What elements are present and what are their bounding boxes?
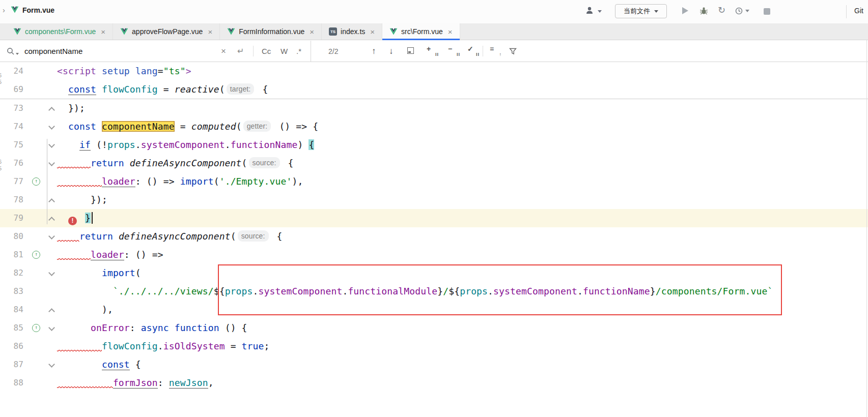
code-line-24[interactable]: 24<script setup lang="ts"> xyxy=(0,62,868,80)
fold-collapse-icon[interactable] xyxy=(48,107,55,113)
gutter[interactable]: 87 xyxy=(0,355,57,374)
code-token: systemComponent xyxy=(493,286,577,296)
tab-close-icon[interactable]: × xyxy=(448,27,453,36)
gutter[interactable]: 79 xyxy=(0,209,57,227)
gutter[interactable]: 74 xyxy=(0,117,57,136)
green-up-arrow-icon[interactable]: ↑ xyxy=(32,324,40,332)
code-line-74[interactable]: 74 const componentName = computed(getter… xyxy=(0,117,868,136)
insert-newline-icon[interactable]: ↵ xyxy=(237,41,244,62)
tab-close-icon[interactable]: × xyxy=(370,27,375,36)
code-token: functionName xyxy=(231,139,298,150)
git-widget[interactable]: Git xyxy=(854,7,863,15)
edge-artifact: 6 xyxy=(0,159,2,165)
green-up-arrow-icon[interactable]: ↑ xyxy=(32,251,40,259)
code-line-78[interactable]: 78 }); xyxy=(0,191,868,209)
code-line-87[interactable]: 87 const { xyxy=(0,355,868,374)
chevron-down-icon xyxy=(745,10,749,12)
select-all-occurrences-icon[interactable]: ✓II xyxy=(467,45,481,57)
code-token: ${ xyxy=(449,286,460,296)
code-line-84[interactable]: 84 ), xyxy=(0,301,868,319)
editor[interactable]: 24<script setup lang="ts">69 const flowC… xyxy=(0,62,868,417)
fold-expand-icon[interactable] xyxy=(48,141,55,148)
fold-expand-icon[interactable] xyxy=(48,361,55,368)
search-icon[interactable] xyxy=(6,41,15,62)
rerun-coverage-icon[interactable]: ↻ xyxy=(718,5,725,16)
code-line-79[interactable]: 79 ! } xyxy=(0,209,868,227)
fold-collapse-icon[interactable] xyxy=(48,198,55,205)
code-line-85[interactable]: 85↑ onError: async function () { xyxy=(0,319,868,337)
regex-toggle[interactable]: .* xyxy=(296,41,301,62)
run-button[interactable] xyxy=(682,7,688,14)
code-line-73[interactable]: 73 }); xyxy=(0,99,868,117)
code-line-81[interactable]: 81↑ loader: () => xyxy=(0,246,868,264)
fold-expand-icon[interactable] xyxy=(48,160,55,166)
code-line-82[interactable]: 82 import( xyxy=(0,264,868,282)
search-history-chevron-icon[interactable] xyxy=(16,53,19,55)
stop-button[interactable] xyxy=(764,8,770,15)
gutter[interactable]: 73 xyxy=(0,99,57,117)
tab-index-ts[interactable]: TSindex.ts× xyxy=(322,23,382,40)
code-line-76[interactable]: 76 return defineAsyncComponent(source: { xyxy=(0,154,868,172)
tab-components-form-vue[interactable]: components\Form.vue× xyxy=(6,23,113,40)
code-token: ) xyxy=(298,139,309,150)
tab-close-icon[interactable]: × xyxy=(101,27,105,36)
fold-expand-icon[interactable] xyxy=(48,324,55,331)
code-line-83[interactable]: 83 `./../../../views/${props.systemCompo… xyxy=(0,282,868,301)
line-number: 81 xyxy=(0,246,23,264)
gutter[interactable]: 80 xyxy=(0,227,57,246)
tab-src-form-vue[interactable]: src\Form.vue× xyxy=(382,23,460,40)
code-line-80[interactable]: 80 return defineAsyncComponent(source: { xyxy=(0,227,868,246)
parameter-hint: getter: xyxy=(243,121,271,132)
tab-close-icon[interactable]: × xyxy=(208,27,212,36)
tab-approveflowpage-vue[interactable]: approveFlowPage.vue× xyxy=(113,23,220,40)
gutter[interactable]: 81↑ xyxy=(0,246,57,264)
previous-match-icon[interactable]: ↑ xyxy=(372,41,376,62)
clear-search-icon[interactable]: × xyxy=(221,41,226,62)
gutter[interactable]: 78 xyxy=(0,191,57,209)
open-in-find-window-icon[interactable] xyxy=(407,47,414,54)
breadcrumb-chevron-icon[interactable]: › xyxy=(3,6,5,14)
fold-expand-icon[interactable] xyxy=(48,123,55,130)
words-toggle[interactable]: W xyxy=(281,41,288,62)
gutter[interactable]: 75 xyxy=(0,136,57,154)
fold-expand-icon[interactable] xyxy=(48,233,55,240)
gutter[interactable]: 69 xyxy=(0,80,57,99)
fold-collapse-icon[interactable] xyxy=(48,217,55,223)
gutter[interactable]: 82 xyxy=(0,264,57,282)
gutter[interactable]: 88 xyxy=(0,374,57,392)
tab-close-icon[interactable]: × xyxy=(310,27,314,36)
gutter[interactable]: 86 xyxy=(0,337,57,355)
gutter[interactable]: 24 xyxy=(0,62,57,80)
code-line-75[interactable]: 75 if (!props.systemComponent.functionNa… xyxy=(0,136,868,154)
debug-button[interactable] xyxy=(699,7,708,17)
add-occurrence-icon[interactable]: +II xyxy=(427,45,440,57)
code-token: setup xyxy=(102,66,130,76)
code-line-88[interactable]: 88 formJson: newJson, xyxy=(0,374,868,392)
tab-forminformation-vue[interactable]: FormInformation.vue× xyxy=(220,23,322,40)
green-up-arrow-icon[interactable]: ↑ xyxy=(32,177,40,186)
code-token: lang xyxy=(135,66,158,76)
fold-collapse-icon[interactable] xyxy=(48,308,55,315)
search-input[interactable]: componentName xyxy=(24,41,82,62)
line-number: 84 xyxy=(0,301,23,319)
search-extra-options-icon[interactable]: ≡↑ xyxy=(490,45,503,57)
fold-expand-icon[interactable] xyxy=(48,270,55,276)
remove-occurrence-icon[interactable]: −II xyxy=(448,45,461,57)
filter-icon[interactable] xyxy=(509,41,517,62)
gutter[interactable]: 77↑ xyxy=(0,172,57,191)
code-token: : xyxy=(130,322,141,333)
error-icon[interactable]: ! xyxy=(68,217,77,225)
code-line-69[interactable]: 69 const flowConfig = reactive(target: { xyxy=(0,80,868,99)
code-with-me-users-button[interactable] xyxy=(585,6,603,16)
gutter[interactable]: 84 xyxy=(0,301,57,319)
profiler-button[interactable] xyxy=(735,7,749,15)
match-case-toggle[interactable]: Cc xyxy=(262,41,271,62)
gutter[interactable]: 83 xyxy=(0,282,57,301)
code-token: . xyxy=(225,139,231,150)
next-match-icon[interactable]: ↓ xyxy=(389,41,394,62)
run-config-selector[interactable]: 当前文件 xyxy=(615,4,667,18)
code-line-77[interactable]: 77↑ loader: () => import('./Empty.vue'), xyxy=(0,172,868,191)
code-line-86[interactable]: 86 flowConfig.isOldSystem = true; xyxy=(0,337,868,355)
gutter[interactable]: 76 xyxy=(0,154,57,172)
gutter[interactable]: 85↑ xyxy=(0,319,57,337)
